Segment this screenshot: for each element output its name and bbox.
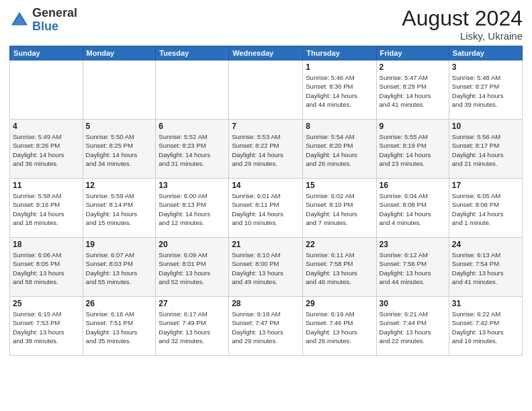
day-info: Sunrise: 5:49 AM Sunset: 8:26 PM Dayligh… [13, 132, 80, 168]
day-number: 15 [306, 181, 373, 190]
day-number: 4 [13, 122, 80, 131]
week-row: 4Sunrise: 5:49 AM Sunset: 8:26 PM Daylig… [10, 120, 523, 179]
day-info: Sunrise: 6:21 AM Sunset: 7:44 PM Dayligh… [380, 310, 446, 345]
day-number: 1 [306, 62, 373, 72]
col-thursday: Thursday [303, 46, 376, 60]
table-row: 8Sunrise: 5:54 AM Sunset: 8:20 PM Daylig… [303, 120, 376, 179]
day-number: 24 [452, 240, 519, 249]
week-row: 25Sunrise: 6:15 AM Sunset: 7:53 PM Dayli… [10, 297, 523, 356]
table-row: 23Sunrise: 6:12 AM Sunset: 7:56 PM Dayli… [376, 238, 449, 297]
col-tuesday: Tuesday [156, 46, 229, 60]
table-row: 17Sunrise: 6:05 AM Sunset: 8:06 PM Dayli… [449, 179, 522, 238]
day-info: Sunrise: 5:52 AM Sunset: 8:23 PM Dayligh… [159, 132, 226, 168]
table-row: 3Sunrise: 5:48 AM Sunset: 8:27 PM Daylig… [449, 60, 522, 120]
table-row [10, 60, 83, 120]
day-number: 17 [452, 181, 519, 190]
page: General Blue August 2024 Lisky, Ukraine … [0, 0, 532, 411]
col-sunday: Sunday [10, 46, 83, 60]
table-row: 11Sunrise: 5:58 AM Sunset: 8:16 PM Dayli… [10, 179, 83, 238]
table-row: 6Sunrise: 5:52 AM Sunset: 8:23 PM Daylig… [156, 120, 229, 179]
day-info: Sunrise: 6:13 AM Sunset: 7:54 PM Dayligh… [452, 250, 519, 286]
col-saturday: Saturday [449, 46, 522, 60]
table-row: 19Sunrise: 6:07 AM Sunset: 8:03 PM Dayli… [83, 238, 156, 297]
table-row [83, 60, 156, 120]
logo-general: General [32, 6, 77, 19]
day-number: 18 [13, 240, 80, 249]
day-info: Sunrise: 6:16 AM Sunset: 7:51 PM Dayligh… [86, 310, 153, 345]
day-number: 10 [452, 122, 519, 131]
day-number: 12 [86, 181, 153, 190]
table-row: 27Sunrise: 6:17 AM Sunset: 7:49 PM Dayli… [156, 297, 229, 356]
day-number: 22 [306, 240, 373, 249]
calendar: Sunday Monday Tuesday Wednesday Thursday… [9, 46, 523, 356]
day-info: Sunrise: 6:09 AM Sunset: 8:01 PM Dayligh… [159, 250, 226, 286]
day-info: Sunrise: 6:10 AM Sunset: 8:00 PM Dayligh… [232, 250, 300, 286]
table-row: 20Sunrise: 6:09 AM Sunset: 8:01 PM Dayli… [156, 238, 229, 297]
table-row: 5Sunrise: 5:50 AM Sunset: 8:25 PM Daylig… [83, 120, 156, 179]
day-info: Sunrise: 6:11 AM Sunset: 7:58 PM Dayligh… [306, 250, 373, 286]
calendar-header: Sunday Monday Tuesday Wednesday Thursday… [10, 46, 523, 60]
day-number: 5 [86, 122, 153, 131]
col-monday: Monday [83, 46, 156, 60]
day-number: 13 [159, 181, 226, 190]
day-number: 8 [306, 122, 373, 131]
table-row: 15Sunrise: 6:02 AM Sunset: 8:10 PM Dayli… [303, 179, 376, 238]
day-info: Sunrise: 6:22 AM Sunset: 7:42 PM Dayligh… [452, 310, 519, 345]
day-number: 2 [380, 62, 446, 72]
day-info: Sunrise: 5:46 AM Sunset: 8:30 PM Dayligh… [306, 73, 373, 109]
day-info: Sunrise: 6:00 AM Sunset: 8:13 PM Dayligh… [159, 191, 226, 227]
table-row: 1Sunrise: 5:46 AM Sunset: 8:30 PM Daylig… [303, 60, 376, 120]
day-number: 19 [86, 240, 153, 249]
day-info: Sunrise: 6:18 AM Sunset: 7:47 PM Dayligh… [232, 310, 300, 345]
week-row: 18Sunrise: 6:06 AM Sunset: 8:05 PM Dayli… [10, 238, 523, 297]
day-info: Sunrise: 6:02 AM Sunset: 8:10 PM Dayligh… [306, 191, 373, 227]
location: Lisky, Ukraine [402, 30, 523, 42]
day-number: 29 [306, 299, 373, 308]
day-number: 11 [13, 181, 80, 190]
table-row: 12Sunrise: 5:59 AM Sunset: 8:14 PM Dayli… [83, 179, 156, 238]
table-row: 29Sunrise: 6:19 AM Sunset: 7:46 PM Dayli… [303, 297, 376, 356]
day-number: 20 [159, 240, 226, 249]
week-row: 1Sunrise: 5:46 AM Sunset: 8:30 PM Daylig… [10, 60, 523, 120]
table-row: 4Sunrise: 5:49 AM Sunset: 8:26 PM Daylig… [10, 120, 83, 179]
day-number: 23 [380, 240, 446, 249]
day-info: Sunrise: 6:19 AM Sunset: 7:46 PM Dayligh… [306, 310, 373, 345]
day-info: Sunrise: 5:48 AM Sunset: 8:27 PM Dayligh… [452, 73, 519, 109]
day-info: Sunrise: 5:47 AM Sunset: 8:29 PM Dayligh… [380, 73, 446, 109]
month-year: August 2024 [402, 7, 523, 30]
day-info: Sunrise: 6:17 AM Sunset: 7:49 PM Dayligh… [159, 310, 226, 345]
table-row: 14Sunrise: 6:01 AM Sunset: 8:11 PM Dayli… [229, 179, 303, 238]
day-info: Sunrise: 5:50 AM Sunset: 8:25 PM Dayligh… [86, 132, 153, 168]
day-info: Sunrise: 6:04 AM Sunset: 8:08 PM Dayligh… [380, 191, 446, 227]
table-row: 28Sunrise: 6:18 AM Sunset: 7:47 PM Dayli… [229, 297, 303, 356]
day-number: 3 [452, 62, 519, 72]
table-row: 13Sunrise: 6:00 AM Sunset: 8:13 PM Dayli… [156, 179, 229, 238]
day-number: 6 [159, 122, 226, 131]
day-info: Sunrise: 6:06 AM Sunset: 8:05 PM Dayligh… [13, 250, 80, 286]
day-number: 25 [13, 299, 80, 308]
col-wednesday: Wednesday [229, 46, 303, 60]
day-info: Sunrise: 6:05 AM Sunset: 8:06 PM Dayligh… [452, 191, 519, 227]
day-info: Sunrise: 5:54 AM Sunset: 8:20 PM Dayligh… [306, 132, 373, 168]
day-info: Sunrise: 5:56 AM Sunset: 8:17 PM Dayligh… [452, 132, 519, 168]
day-info: Sunrise: 6:07 AM Sunset: 8:03 PM Dayligh… [86, 250, 153, 286]
header: General Blue August 2024 Lisky, Ukraine [9, 7, 523, 42]
day-number: 28 [232, 299, 300, 308]
table-row: 24Sunrise: 6:13 AM Sunset: 7:54 PM Dayli… [449, 238, 522, 297]
day-info: Sunrise: 5:59 AM Sunset: 8:14 PM Dayligh… [86, 191, 153, 227]
day-number: 14 [232, 181, 300, 190]
day-info: Sunrise: 5:58 AM Sunset: 8:16 PM Dayligh… [13, 191, 80, 227]
table-row: 21Sunrise: 6:10 AM Sunset: 8:00 PM Dayli… [229, 238, 303, 297]
table-row: 26Sunrise: 6:16 AM Sunset: 7:51 PM Dayli… [83, 297, 156, 356]
table-row: 7Sunrise: 5:53 AM Sunset: 8:22 PM Daylig… [229, 120, 303, 179]
logo-icon [9, 10, 30, 30]
day-number: 7 [232, 122, 300, 131]
table-row: 10Sunrise: 5:56 AM Sunset: 8:17 PM Dayli… [449, 120, 522, 179]
table-row: 9Sunrise: 5:55 AM Sunset: 8:19 PM Daylig… [376, 120, 449, 179]
day-number: 27 [159, 299, 226, 308]
calendar-body: 1Sunrise: 5:46 AM Sunset: 8:30 PM Daylig… [10, 60, 523, 356]
day-number: 9 [380, 122, 446, 131]
title-block: August 2024 Lisky, Ukraine [402, 7, 523, 42]
table-row: 2Sunrise: 5:47 AM Sunset: 8:29 PM Daylig… [376, 60, 449, 120]
table-row [229, 60, 303, 120]
